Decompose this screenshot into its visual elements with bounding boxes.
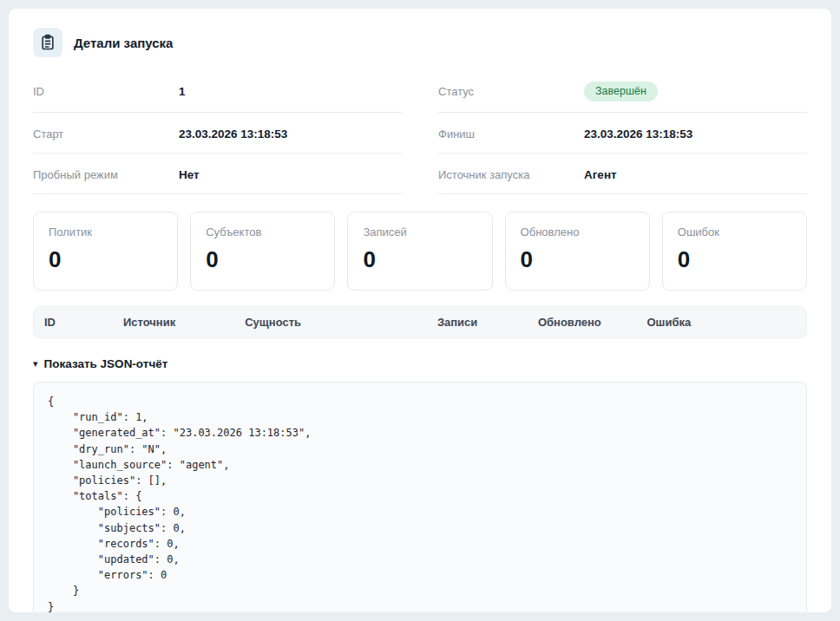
stat-value: 0: [49, 246, 162, 273]
stat-card-records: Записей 0: [347, 212, 492, 291]
field-finish: Финиш 23.03.2026 13:18:53: [438, 113, 807, 154]
field-label: Статус: [438, 85, 584, 98]
stat-value: 0: [363, 246, 476, 273]
stat-value: 0: [678, 246, 791, 273]
page-title: Детали запуска: [74, 36, 173, 50]
field-value: 23.03.2026 13:18:53: [584, 127, 692, 141]
page-header: Детали запуска: [33, 28, 807, 57]
field-label: Пробный режим: [33, 168, 179, 181]
column-header-entity: Сущность: [245, 316, 437, 329]
stat-value: 0: [206, 246, 319, 273]
field-value: Нет: [179, 168, 200, 181]
field-start: Старт 23.03.2026 13:18:53: [33, 113, 402, 154]
json-report-box: { "run_id": 1, "generated_at": "23.03.20…: [33, 382, 807, 612]
field-value: Агент: [584, 168, 617, 181]
field-value: 1: [179, 85, 186, 98]
column-header-id: ID: [44, 316, 123, 329]
stat-label: Субъектов: [206, 226, 319, 239]
results-table-header: ID Источник Сущность Записи Обновлено Ош…: [33, 306, 807, 338]
json-report-content: { "run_id": 1, "generated_at": "23.03.20…: [48, 394, 792, 612]
stat-label: Ошибок: [678, 226, 791, 239]
stat-card-policies: Политик 0: [33, 212, 178, 291]
json-report-toggle[interactable]: ▾ Показать JSON-отчёт: [33, 357, 167, 370]
clipboard-icon: [33, 28, 62, 57]
field-launch-source: Источник запуска Агент: [438, 154, 807, 194]
fields-grid: ID 1 Статус Завершён Старт 23.03.2026 13…: [33, 69, 807, 194]
field-dry-run: Пробный режим Нет: [33, 154, 402, 194]
stats-row: Политик 0 Субъектов 0 Записей 0 Обновлен…: [33, 212, 807, 291]
field-id: ID 1: [33, 69, 402, 113]
stat-label: Записей: [363, 226, 476, 239]
field-label: ID: [33, 85, 179, 98]
field-label: Финиш: [438, 127, 584, 141]
stat-label: Обновлено: [521, 226, 634, 239]
field-label: Старт: [33, 127, 179, 141]
field-value: 23.03.2026 13:18:53: [179, 127, 287, 141]
column-header-error: Ошибка: [646, 316, 796, 329]
stat-card-subjects: Субъектов 0: [190, 212, 335, 291]
field-label: Источник запуска: [438, 168, 584, 181]
stat-card-errors: Ошибок 0: [662, 212, 807, 291]
field-status: Статус Завершён: [438, 69, 807, 113]
status-badge: Завершён: [584, 82, 658, 101]
column-header-source: Источник: [123, 316, 245, 329]
json-report-toggle-label: Показать JSON-отчёт: [44, 357, 168, 370]
stat-card-updated: Обновлено 0: [505, 212, 650, 291]
run-details-card: Детали запуска ID 1 Статус Завершён Стар…: [9, 9, 831, 612]
caret-down-icon: ▾: [33, 358, 38, 369]
stat-label: Политик: [49, 226, 162, 239]
column-header-updated: Обновлено: [538, 316, 647, 329]
stat-value: 0: [521, 246, 634, 273]
column-header-records: Записи: [437, 316, 538, 329]
